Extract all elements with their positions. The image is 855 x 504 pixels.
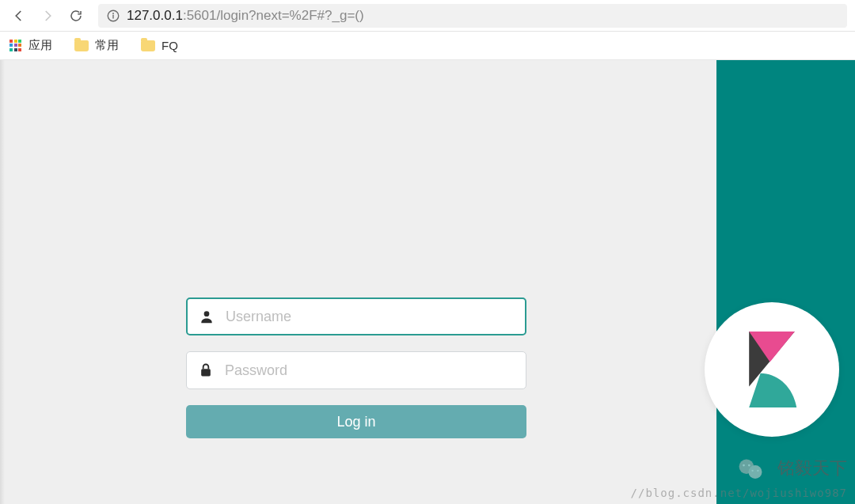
kibana-logo xyxy=(705,302,839,437)
page-shadow xyxy=(0,60,5,504)
url-host: 127.0.0.1 xyxy=(127,8,183,24)
login-form: Log in xyxy=(186,297,526,438)
address-bar[interactable]: 127.0.0.1:5601/login?next=%2F#?_g=() xyxy=(98,4,847,28)
kibana-k-icon xyxy=(740,332,804,407)
bookmark-apps-label: 应用 xyxy=(28,38,52,53)
bookmark-folder-1-label: 常用 xyxy=(95,38,119,53)
url-path: :5601/login?next=%2F#?_g=() xyxy=(183,8,364,24)
reload-button[interactable] xyxy=(65,5,87,27)
login-button[interactable]: Log in xyxy=(186,405,526,438)
password-input[interactable] xyxy=(225,362,515,379)
site-info-icon[interactable] xyxy=(106,9,120,23)
svg-point-8 xyxy=(748,465,762,479)
folder-icon xyxy=(74,40,89,51)
svg-point-10 xyxy=(748,464,750,467)
back-button[interactable] xyxy=(8,5,30,27)
lock-icon xyxy=(198,362,214,378)
svg-point-9 xyxy=(743,464,745,467)
watermark-name: 铭毅天下 xyxy=(777,457,847,480)
bookmarks-bar: 应用 常用 FQ xyxy=(0,32,855,60)
page-content: Log in 铭毅天下 //blog.csdn.net/wojiushiwo98… xyxy=(0,60,855,504)
arrow-left-icon xyxy=(12,9,26,23)
svg-point-3 xyxy=(204,311,210,316)
watermark-url: //blog.csdn.net/wojiushiwo987 xyxy=(631,487,847,499)
bookmark-folder-changyong[interactable]: 常用 xyxy=(74,38,119,53)
browser-toolbar: 127.0.0.1:5601/login?next=%2F#?_g=() xyxy=(0,0,855,32)
password-field-wrap[interactable] xyxy=(186,351,526,389)
bookmark-folder-2-label: FQ xyxy=(162,39,178,52)
username-input[interactable] xyxy=(226,309,514,325)
apps-grid-icon xyxy=(10,40,22,52)
svg-point-11 xyxy=(751,470,753,472)
arrow-right-icon xyxy=(40,9,55,23)
forward-button xyxy=(36,5,59,27)
svg-rect-4 xyxy=(201,369,211,376)
wechat-icon xyxy=(737,457,764,483)
brand-stripe xyxy=(716,60,855,504)
svg-point-12 xyxy=(757,470,758,472)
folder-icon xyxy=(141,40,155,51)
bookmark-apps[interactable]: 应用 xyxy=(10,38,52,53)
username-field-wrap[interactable] xyxy=(186,297,526,335)
reload-icon xyxy=(69,9,83,23)
user-icon xyxy=(199,309,215,324)
bookmark-folder-fq[interactable]: FQ xyxy=(141,39,178,52)
